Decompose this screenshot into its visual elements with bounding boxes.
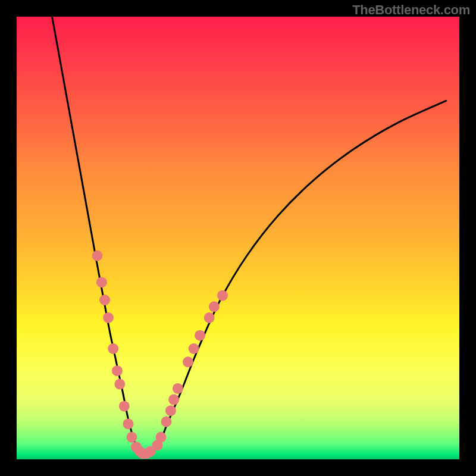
chart-frame — [0, 0, 476, 476]
watermark-text: TheBottleneck.com — [352, 2, 470, 18]
